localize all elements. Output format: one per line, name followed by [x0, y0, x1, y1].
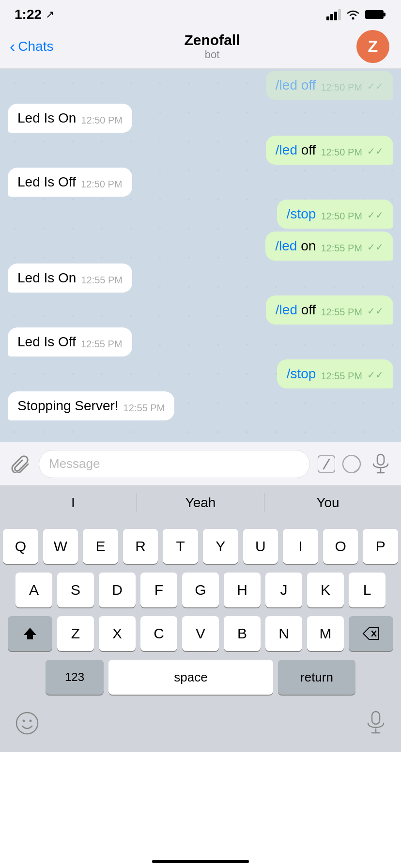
svg-rect-7: [384, 13, 386, 16]
delete-icon: [362, 627, 380, 640]
key-d[interactable]: D: [99, 573, 136, 607]
message-input-area: Message: [0, 442, 401, 485]
keys-area: Q W E R T Y U I O P A S D F G H J K L: [0, 520, 401, 703]
emoji-icon: [15, 711, 40, 736]
signal-icon: [326, 9, 341, 20]
key-v[interactable]: V: [182, 616, 219, 651]
key-row-4: 123 space return: [3, 660, 398, 695]
bubble-incoming: Led Is Off 12:50 PM: [8, 168, 132, 197]
mic-button[interactable]: [368, 451, 393, 477]
message-row: /led off 12:55 PM ✓✓: [8, 295, 393, 325]
message-row: /stop 12:55 PM ✓✓: [8, 359, 393, 388]
message-row: Stopping Server! 12:55 PM: [8, 391, 393, 420]
message-row: Led Is On 12:50 PM: [8, 104, 393, 133]
paperclip-icon: [11, 455, 30, 473]
key-w[interactable]: W: [43, 529, 78, 564]
status-icons: [326, 9, 386, 20]
key-r[interactable]: R: [123, 529, 158, 564]
slash-button[interactable]: [316, 453, 337, 475]
key-i[interactable]: I: [283, 529, 318, 564]
svg-point-19: [30, 720, 32, 722]
emoji-button[interactable]: [15, 711, 40, 741]
autocomplete-word-3[interactable]: You: [264, 491, 391, 514]
key-x[interactable]: X: [99, 616, 136, 651]
home-indicator: [152, 860, 249, 863]
key-u[interactable]: U: [243, 529, 278, 564]
key-f[interactable]: F: [140, 573, 177, 607]
message-row: Led Is On 12:55 PM: [8, 264, 393, 293]
shift-key[interactable]: [8, 616, 52, 651]
message-row: /led off 12:50 PM ✓✓: [8, 136, 393, 165]
svg-rect-11: [377, 454, 384, 465]
svg-marker-14: [24, 628, 36, 639]
key-row-2: A S D F G H J K L: [3, 573, 398, 607]
bubble-incoming: Stopping Server! 12:55 PM: [8, 391, 174, 420]
key-s[interactable]: S: [57, 573, 94, 607]
bubble-outgoing: /led on 12:55 PM ✓✓: [265, 232, 393, 261]
message-placeholder: Message: [49, 456, 100, 471]
key-o[interactable]: O: [323, 529, 358, 564]
shift-icon: [23, 626, 37, 641]
svg-rect-1: [330, 14, 333, 20]
key-b[interactable]: B: [224, 616, 261, 651]
message-row: Led Is Off 12:55 PM: [8, 327, 393, 356]
location-icon: ↗: [46, 8, 54, 21]
message-row: /led on 12:55 PM ✓✓: [8, 232, 393, 261]
key-z[interactable]: Z: [57, 616, 94, 651]
autocomplete-word-2[interactable]: Yeah: [137, 491, 264, 514]
back-chevron-icon: ‹: [10, 38, 15, 54]
key-m[interactable]: M: [307, 616, 344, 651]
key-row-1: Q W E R T Y U I O P: [3, 529, 398, 564]
key-y[interactable]: Y: [203, 529, 238, 564]
key-k[interactable]: K: [307, 573, 344, 607]
key-e[interactable]: E: [83, 529, 118, 564]
key-a[interactable]: A: [15, 573, 52, 607]
space-key[interactable]: space: [108, 660, 273, 695]
nav-center: Zenofall bot: [68, 32, 356, 61]
key-g[interactable]: G: [182, 573, 219, 607]
wifi-icon: [346, 9, 360, 20]
message-row: /stop 12:50 PM ✓✓: [8, 200, 393, 229]
back-button[interactable]: ‹ Chats: [10, 39, 68, 54]
avatar[interactable]: Z: [356, 30, 389, 63]
key-n[interactable]: N: [265, 616, 302, 651]
key-t[interactable]: T: [163, 529, 198, 564]
keyboard-bottom-bar: [0, 703, 401, 752]
svg-rect-6: [366, 11, 383, 18]
autocomplete-word-1[interactable]: I: [10, 491, 137, 514]
input-icons: [316, 453, 362, 475]
key-q[interactable]: Q: [3, 529, 38, 564]
status-time: 1:22: [15, 7, 42, 22]
svg-point-4: [352, 17, 355, 20]
svg-rect-3: [338, 9, 341, 20]
svg-point-10: [343, 455, 360, 473]
slash-icon: [318, 455, 335, 473]
key-h[interactable]: H: [224, 573, 261, 607]
message-row: Led Is Off 12:50 PM: [8, 168, 393, 197]
return-key[interactable]: return: [278, 660, 355, 695]
bubble-incoming: Led Is On 12:55 PM: [8, 264, 132, 293]
keyboard-mic-button[interactable]: [365, 711, 386, 741]
bubble-incoming: Led Is Off 12:55 PM: [8, 327, 132, 356]
nav-header: ‹ Chats Zenofall bot Z: [0, 26, 401, 69]
key-c[interactable]: C: [140, 616, 177, 651]
delete-key[interactable]: [349, 616, 393, 651]
partial-message: /led off 12:50 PM ✓✓: [8, 71, 393, 100]
chat-subtitle: bot: [68, 48, 356, 61]
key-j[interactable]: J: [265, 573, 302, 607]
svg-point-17: [16, 713, 38, 734]
svg-rect-20: [372, 712, 380, 724]
attach-button[interactable]: [8, 451, 33, 477]
key-p[interactable]: P: [363, 529, 398, 564]
autocomplete-row: I Yeah You: [0, 485, 401, 520]
key-l[interactable]: L: [349, 573, 386, 607]
numbers-key[interactable]: 123: [46, 660, 104, 695]
svg-rect-2: [334, 12, 337, 20]
keyboard: I Yeah You Q W E R T Y U I O P A S D F G…: [0, 485, 401, 752]
message-input[interactable]: Message: [39, 450, 310, 478]
sticker-icon: [341, 453, 362, 475]
svg-point-18: [23, 720, 25, 722]
sticker-button[interactable]: [341, 453, 362, 475]
back-label: Chats: [18, 39, 53, 54]
bubble-outgoing: /led off 12:55 PM ✓✓: [266, 295, 393, 325]
